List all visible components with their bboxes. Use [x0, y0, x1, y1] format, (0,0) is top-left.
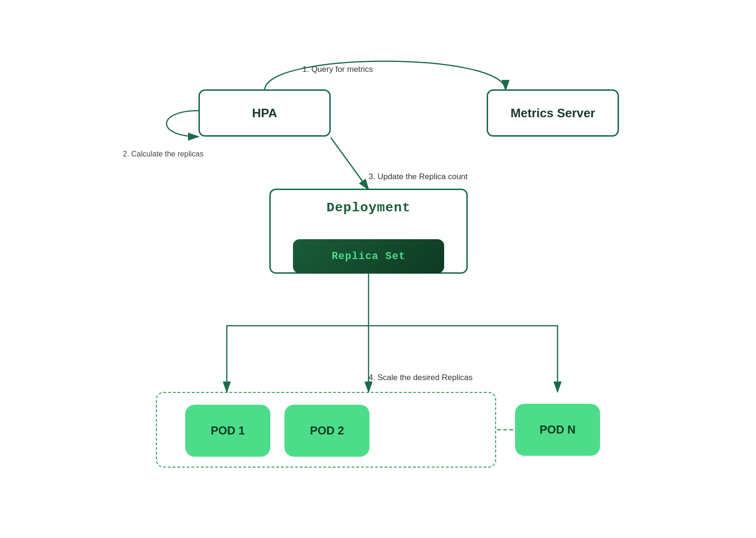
label-update: 3. Update the Replica count	[369, 172, 468, 182]
pod1-label: POD 1	[211, 424, 245, 437]
deployment-box: Deployment Replica Set	[269, 189, 468, 274]
replica-set-label: Replica Set	[332, 251, 405, 262]
pod2-box: POD 2	[284, 405, 369, 457]
label-calculate: 2. Calculate the replicas	[123, 150, 204, 158]
podn-box: POD N	[515, 404, 600, 456]
hpa-label: HPA	[252, 106, 277, 121]
hpa-box: HPA	[198, 89, 331, 137]
label-query: 1. Query for metrics	[302, 65, 373, 74]
architecture-diagram: 1. Query for metrics 2. Calculate the re…	[118, 33, 638, 505]
pod1-box: POD 1	[185, 405, 270, 457]
label-scale: 4. Scale the desired Replicas	[369, 373, 472, 382]
metrics-server-box: Metrics Server	[487, 89, 619, 137]
pods-group: POD 1 POD 2	[156, 392, 496, 468]
deployment-label: Deployment	[326, 200, 411, 215]
metrics-server-label: Metrics Server	[510, 106, 595, 121]
podn-label: POD N	[540, 423, 576, 436]
pod2-label: POD 2	[310, 424, 344, 437]
replica-set-box: Replica Set	[293, 239, 444, 273]
